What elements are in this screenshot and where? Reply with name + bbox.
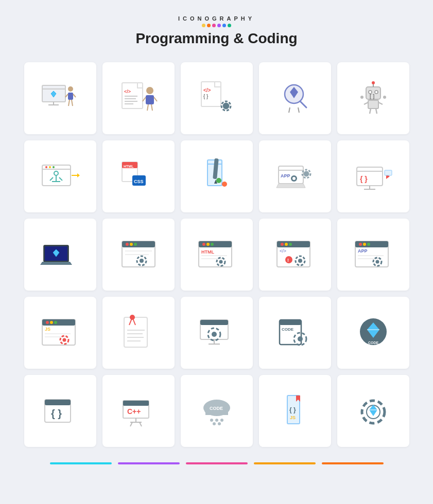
card-app-settings: APP	[259, 140, 331, 212]
svg-point-179	[220, 419, 223, 422]
svg-text:APP: APP	[358, 248, 368, 254]
page-header: ICONOGRAPHY Programming & Coding	[135, 15, 297, 47]
card-browser-settings	[102, 219, 175, 291]
svg-rect-163	[45, 400, 71, 405]
card-code-monitor: { }	[337, 140, 409, 212]
card-code-settings: </> { }	[181, 62, 253, 134]
svg-point-111	[281, 243, 284, 246]
card-js-bookmark: { } JS	[259, 375, 331, 447]
svg-point-133	[54, 321, 57, 324]
svg-text:</>: </>	[203, 87, 211, 93]
svg-text:CODE: CODE	[282, 327, 294, 332]
svg-point-49	[45, 166, 47, 168]
svg-text:CODE: CODE	[368, 341, 379, 345]
svg-point-180	[213, 422, 216, 425]
svg-point-115	[285, 256, 292, 263]
svg-line-9	[68, 100, 70, 106]
card-robot: [ ]	[337, 62, 409, 134]
footer-line-amber	[254, 462, 316, 464]
svg-point-36	[375, 91, 378, 94]
svg-point-94	[134, 243, 137, 246]
svg-point-178	[215, 419, 218, 422]
svg-text:{ }: { }	[360, 175, 368, 183]
card-laptop-diamond	[24, 219, 96, 291]
svg-point-128	[375, 260, 379, 264]
card-js-settings: JS	[24, 297, 96, 369]
svg-point-93	[130, 243, 133, 246]
svg-point-113	[289, 243, 292, 246]
svg-rect-166	[123, 401, 149, 406]
card-app-settings2: APP	[337, 219, 409, 291]
footer-lines	[50, 462, 384, 464]
svg-point-118	[298, 259, 302, 263]
icon-grid: </> </> { }	[24, 62, 409, 447]
svg-text:{ }: { }	[51, 408, 62, 419]
svg-point-102	[206, 243, 210, 246]
svg-line-41	[370, 109, 371, 114]
svg-line-32	[289, 107, 290, 113]
svg-point-77	[304, 171, 309, 176]
svg-rect-40	[368, 100, 378, 109]
card-code-bracket-settings: CODE	[259, 297, 331, 369]
svg-rect-85	[385, 170, 392, 175]
svg-marker-58	[77, 173, 80, 177]
dot-green	[228, 24, 231, 27]
svg-marker-75	[276, 184, 305, 188]
svg-point-17	[146, 87, 153, 94]
svg-point-108	[219, 260, 222, 264]
svg-text:</>: </>	[280, 248, 286, 254]
svg-point-69	[222, 182, 227, 187]
footer-line-pink	[186, 462, 248, 464]
svg-text:!: !	[287, 258, 289, 263]
dot-purple	[217, 24, 221, 27]
svg-text:APP: APP	[281, 173, 290, 178]
svg-point-112	[285, 243, 288, 246]
card-diamond-search	[259, 62, 331, 134]
svg-point-92	[126, 243, 129, 246]
svg-text:{ }: { }	[289, 406, 296, 413]
svg-point-150	[212, 332, 217, 337]
svg-point-98	[140, 259, 144, 263]
footer-line-orange	[322, 462, 384, 464]
svg-rect-154	[280, 320, 301, 325]
card-code-settings2: </> !	[259, 219, 331, 291]
svg-text:</>: </>	[124, 89, 131, 94]
svg-line-22	[151, 104, 152, 111]
svg-point-121	[359, 243, 362, 246]
svg-marker-89	[40, 262, 72, 265]
svg-line-44	[378, 102, 383, 104]
svg-point-142	[130, 315, 135, 320]
svg-point-45	[360, 96, 363, 99]
svg-text:CSS: CSS	[134, 179, 144, 184]
svg-point-103	[211, 243, 214, 246]
svg-text:HTML: HTML	[201, 249, 214, 255]
svg-text:CODE: CODE	[210, 406, 223, 411]
svg-point-181	[218, 422, 221, 425]
svg-text:JS: JS	[290, 415, 296, 420]
card-code-user: </>	[102, 62, 175, 134]
svg-text:JS: JS	[45, 327, 50, 332]
svg-line-8	[73, 94, 76, 97]
svg-text:HTML: HTML	[124, 165, 134, 168]
svg-point-68	[216, 178, 221, 183]
svg-line-42	[376, 109, 377, 114]
dot-orange	[207, 24, 211, 27]
svg-line-33	[298, 107, 299, 113]
dot-yellow	[202, 24, 205, 27]
card-html-settings: HTML	[181, 219, 253, 291]
svg-point-122	[363, 243, 366, 246]
dot-blue	[222, 24, 226, 27]
card-diamond-circle: CODE	[337, 297, 409, 369]
card-web-design	[24, 140, 96, 212]
card-presentation	[24, 62, 96, 134]
svg-point-74	[292, 177, 296, 180]
svg-rect-139	[124, 317, 147, 347]
svg-point-131	[46, 321, 49, 324]
svg-point-27	[223, 103, 229, 109]
svg-point-50	[49, 166, 51, 168]
svg-line-31	[300, 101, 306, 107]
svg-point-39	[372, 81, 375, 84]
svg-point-51	[53, 166, 55, 168]
svg-point-101	[202, 243, 205, 246]
svg-rect-18	[146, 95, 154, 104]
